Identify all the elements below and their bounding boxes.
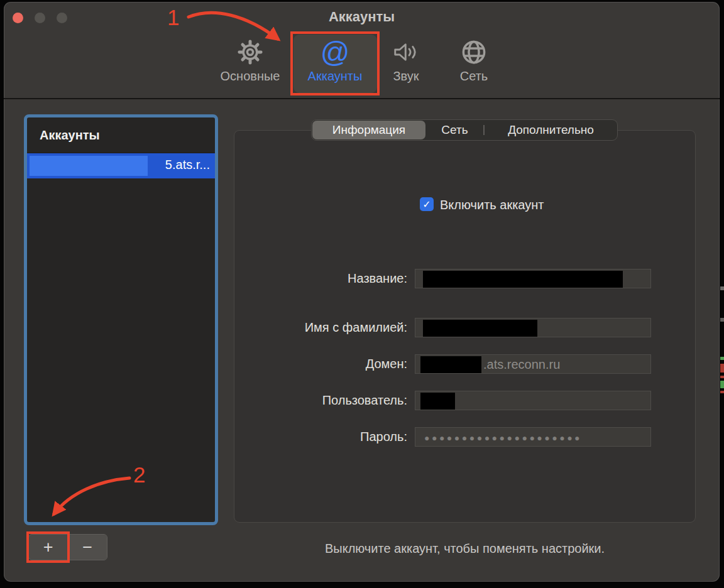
- name-input[interactable]: [415, 269, 651, 288]
- domain-value: .ats.reconn.ru: [483, 357, 560, 372]
- redaction-overlay: [420, 356, 481, 373]
- background-artifact: [720, 391, 724, 393]
- background-artifact: [720, 357, 724, 360]
- annotation-box-accounts-tab: [290, 31, 380, 95]
- tab-network[interactable]: Сеть: [426, 121, 483, 139]
- toolbar-item-general[interactable]: Основные: [206, 36, 294, 84]
- gear-icon: [206, 36, 294, 68]
- field-label-name: Название:: [219, 271, 407, 286]
- window-title: Аккаунты: [4, 9, 720, 25]
- domain-input[interactable]: .ats.reconn.ru: [415, 354, 651, 374]
- password-input[interactable]: ●●●●●●●●●●●●●●●●●●●●●: [415, 427, 651, 447]
- enable-account-label: Включить аккаунт: [440, 198, 544, 212]
- redaction-overlay: [420, 393, 455, 410]
- field-label-user: Пользователь:: [219, 393, 407, 408]
- tab-bar: Информация Сеть Дополнительно: [311, 119, 618, 141]
- background-artifact: [720, 381, 724, 388]
- fullname-input[interactable]: [415, 318, 651, 337]
- redaction-overlay: [423, 271, 623, 288]
- toolbar-item-network[interactable]: Сеть: [430, 36, 518, 84]
- tab-advanced[interactable]: Дополнительно: [485, 121, 617, 139]
- user-input[interactable]: [415, 391, 651, 410]
- field-label-domain: Домен:: [219, 357, 407, 371]
- background-artifact: [720, 318, 724, 322]
- annotation-box-add-button: [26, 531, 70, 563]
- background-artifact: [720, 286, 724, 290]
- redaction-overlay: [30, 156, 148, 176]
- redaction-overlay: [423, 320, 537, 337]
- account-list-item-selected[interactable]: 5.ats.r...: [27, 153, 215, 178]
- screen: Аккаунты Основные @: [0, 0, 724, 588]
- footer-note: Выключите аккаунт, чтобы поменять настро…: [234, 542, 696, 556]
- annotation-step-1: 1: [167, 5, 179, 30]
- globe-icon: [430, 36, 518, 68]
- tab-information[interactable]: Информация: [312, 121, 425, 139]
- account-item-label: 5.ats.r...: [165, 158, 210, 172]
- toolbar-separator: [4, 98, 720, 99]
- checkmark-icon: ✓: [422, 199, 431, 210]
- accounts-list-header: Аккаунты: [40, 128, 100, 143]
- field-label-fullname: Имя с фамилией:: [219, 320, 407, 335]
- enable-account-checkbox[interactable]: ✓: [420, 197, 434, 211]
- toolbar-label-network: Сеть: [430, 69, 518, 84]
- annotation-step-2: 2: [133, 462, 145, 487]
- password-masked-value: ●●●●●●●●●●●●●●●●●●●●●: [424, 433, 582, 443]
- background-artifact: [720, 376, 724, 378]
- remove-account-button[interactable]: −: [68, 535, 107, 560]
- accounts-list[interactable]: Аккаунты 5.ats.r...: [24, 114, 218, 525]
- toolbar-label-general: Основные: [206, 69, 294, 84]
- field-label-password: Пароль:: [219, 430, 407, 444]
- background-artifact: [720, 364, 724, 373]
